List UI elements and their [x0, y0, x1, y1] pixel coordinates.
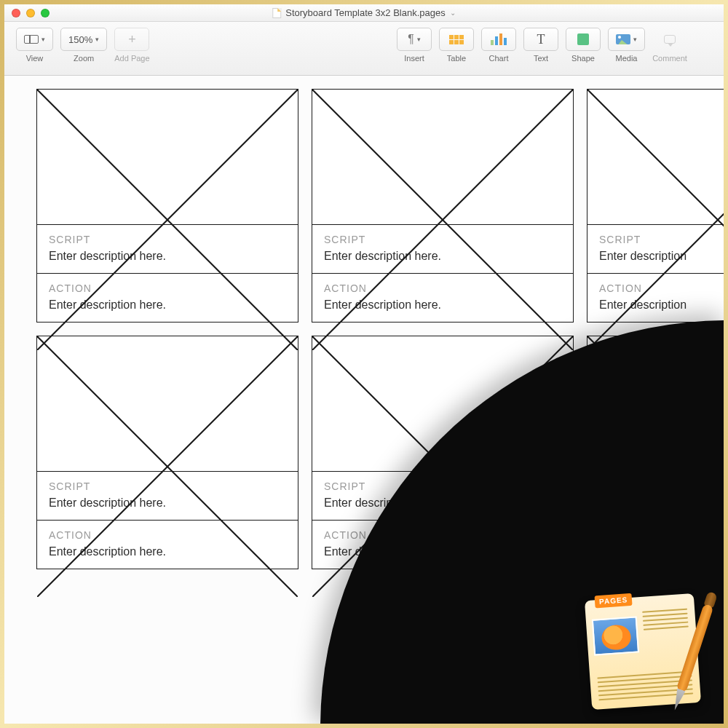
text-icon: T	[537, 32, 545, 47]
table-icon	[449, 35, 464, 44]
document-icon	[272, 8, 281, 18]
document-title[interactable]: Storyboard Template 3x2 Blank.pages ⌄	[272, 7, 455, 18]
window-zoom-button[interactable]	[41, 9, 50, 17]
shape-icon	[577, 33, 589, 45]
storyboard-grid: SCRIPT Enter description here. ACTION En…	[36, 89, 724, 569]
storyboard-image-placeholder[interactable]	[37, 90, 298, 225]
table-button[interactable]	[439, 28, 474, 51]
add-page-button[interactable]: +	[114, 28, 149, 51]
media-icon	[616, 34, 630, 44]
media-label: Media	[616, 54, 638, 63]
text-label: Text	[534, 54, 548, 63]
table-label: Table	[447, 54, 466, 63]
storyboard-cell[interactable]: SCRIPT Enter description ACTION Enter de…	[587, 89, 724, 323]
svg-line-5	[587, 90, 724, 350]
view-label: View	[26, 54, 44, 63]
storyboard-cell[interactable]: SCRIPT Enter description here. ACTION En…	[312, 89, 574, 323]
zoom-value: 150%	[68, 34, 92, 45]
chart-button[interactable]	[481, 28, 516, 51]
chevron-down-icon: ▾	[417, 36, 421, 43]
storyboard-cell[interactable]: SCRIPT Enter description here. ACTION En…	[312, 336, 574, 569]
toolbar: ▾ View 150% ▾ Zoom +	[4, 22, 724, 76]
storyboard-cell[interactable]: SCRIPT Enter description here. ACTION En…	[587, 336, 724, 569]
chevron-down-icon: ▾	[95, 36, 99, 43]
insert-label: Insert	[404, 54, 424, 63]
chevron-down-icon: ▾	[41, 36, 45, 43]
text-button[interactable]: T	[523, 28, 558, 51]
storyboard-image-placeholder[interactable]	[587, 336, 724, 472]
sidebar-icon	[24, 35, 39, 44]
add-page-label: Add Page	[114, 54, 149, 63]
svg-line-10	[587, 336, 724, 597]
shape-label: Shape	[571, 54, 595, 63]
chevron-down-icon: ⌄	[450, 9, 456, 17]
app-window: Storyboard Template 3x2 Blank.pages ⌄ ▾ …	[4, 4, 724, 724]
document-canvas[interactable]: SCRIPT Enter description here. ACTION En…	[4, 76, 724, 724]
comment-icon	[664, 35, 676, 44]
pilcrow-icon: ¶	[408, 33, 414, 46]
shape-button[interactable]	[566, 28, 601, 51]
comment-label: Comment	[652, 54, 687, 63]
media-button[interactable]: ▾	[608, 28, 645, 51]
view-button[interactable]: ▾	[16, 28, 53, 51]
svg-line-4	[587, 90, 724, 350]
storyboard-image-placeholder[interactable]	[312, 336, 573, 472]
window-close-button[interactable]	[12, 9, 20, 17]
storyboard-image-placeholder[interactable]	[37, 336, 298, 472]
chart-label: Chart	[489, 54, 509, 63]
zoom-dropdown[interactable]: 150% ▾	[60, 28, 107, 51]
storyboard-image-placeholder[interactable]	[587, 90, 724, 225]
document-title-label: Storyboard Template 3x2 Blank.pages	[285, 7, 445, 18]
window-titlebar: Storyboard Template 3x2 Blank.pages ⌄	[4, 4, 724, 22]
comment-button[interactable]	[652, 28, 687, 51]
plus-icon: +	[128, 33, 136, 46]
storyboard-image-placeholder[interactable]	[312, 90, 573, 225]
window-minimize-button[interactable]	[26, 9, 35, 17]
chevron-down-icon: ▾	[633, 36, 637, 43]
storyboard-cell[interactable]: SCRIPT Enter description here. ACTION En…	[36, 336, 298, 569]
storyboard-cell[interactable]: SCRIPT Enter description here. ACTION En…	[36, 89, 298, 323]
zoom-label: Zoom	[74, 54, 94, 63]
svg-line-11	[587, 336, 724, 597]
insert-button[interactable]: ¶ ▾	[397, 28, 432, 51]
chart-icon	[491, 33, 507, 45]
